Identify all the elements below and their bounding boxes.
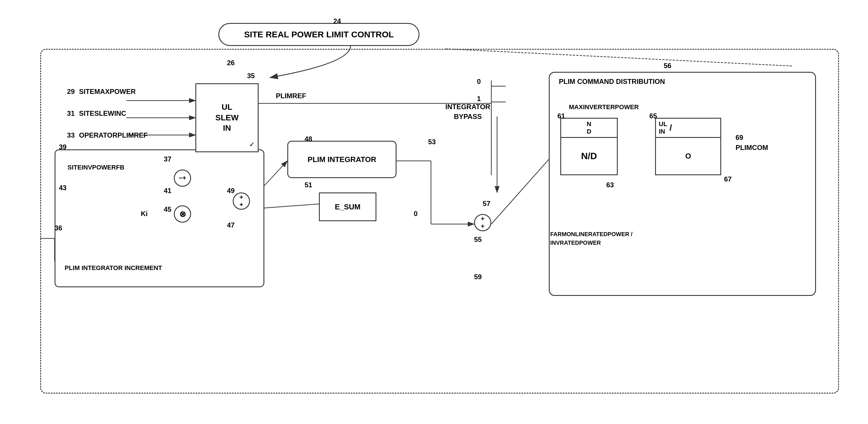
- esum-box: E_SUM: [319, 192, 376, 221]
- o-label: O: [685, 152, 691, 161]
- siteslewinc-label: SITESLEWINC: [79, 109, 126, 118]
- label-53: 53: [428, 138, 436, 146]
- pcd-label: PLIM COMMAND DISTRIBUTION: [559, 77, 665, 86]
- minus-plus-operator: −+: [174, 169, 191, 187]
- label-37: 37: [164, 155, 172, 163]
- label-47: 47: [227, 221, 235, 229]
- label-49: 49: [227, 187, 235, 195]
- ul-slew-in-box: ULSLEWIN ✓: [195, 83, 258, 152]
- label-57: 57: [483, 200, 491, 208]
- label-0-mid: 0: [414, 210, 417, 218]
- multiply-symbol: ⊗: [179, 209, 186, 219]
- label-29: 29: [63, 88, 75, 96]
- operatorplimref-label: OPERATORPLIMREF: [79, 131, 148, 139]
- nd-main-label: N/D: [561, 138, 617, 174]
- label-36: 36: [55, 224, 62, 232]
- plus-plus-symbol-1: ++: [240, 194, 243, 208]
- plimref-label: PLIMREF: [276, 92, 306, 100]
- label-0-top: 0: [477, 77, 481, 86]
- integrator-bypass-label: INTEGRATORBYPASS: [445, 102, 490, 121]
- input-row-31: 31 SITESLEWINC: [63, 109, 148, 118]
- maxinverterpower-label: MAXINVERTERPOWER: [569, 103, 639, 111]
- label-33: 33: [63, 131, 75, 139]
- main-title-pill: SITE REAL POWER LIMIT CONTROL: [218, 23, 420, 46]
- esum-label: E_SUM: [335, 202, 361, 211]
- sitemaxpower-label: SITEMAXPOWER: [79, 88, 135, 96]
- plus-plus-operator-1: ++: [233, 192, 250, 210]
- ul-in-o-box: ULIN / O: [655, 118, 721, 175]
- label-26: 26: [227, 59, 235, 67]
- slash-symbol: /: [670, 123, 672, 133]
- siteinvpowerfb-label: SITEINVPOWERFB: [67, 164, 124, 171]
- input-row-33: 33 OPERATORPLIMREF: [63, 131, 148, 139]
- label-39: 39: [59, 143, 67, 151]
- label-69: 69: [736, 134, 743, 142]
- ul-slew-in-label: ULSLEWIN: [216, 102, 239, 133]
- label-56: 56: [664, 62, 672, 70]
- label-43: 43: [59, 184, 67, 192]
- plim-integrator-box: PLIM INTEGRATOR: [287, 141, 397, 178]
- minus-plus-symbol: −+: [179, 174, 186, 182]
- plimcom-label: PLIMCOM: [736, 143, 768, 152]
- multiply-operator: ⊗: [174, 205, 191, 223]
- label-51: 51: [305, 181, 312, 189]
- label-59: 59: [474, 273, 482, 281]
- plus-plus-operator-2: ++: [474, 214, 491, 231]
- label-55: 55: [474, 235, 482, 243]
- label-61: 61: [557, 112, 565, 120]
- main-title-text: SITE REAL POWER LIMIT CONTROL: [244, 30, 394, 39]
- ki-label: Ki: [141, 210, 148, 218]
- label-63: 63: [606, 181, 614, 189]
- input-labels-group: 29 SITEMAXPOWER 31 SITESLEWINC 33 OPERAT…: [63, 88, 148, 153]
- ul-in-section: ULIN /: [656, 119, 720, 138]
- checkmark-icon: ✓: [249, 140, 255, 149]
- label-67: 67: [724, 175, 732, 183]
- label-45: 45: [164, 205, 172, 214]
- label-31: 31: [63, 109, 75, 118]
- nd-top-section: ND: [561, 119, 617, 138]
- ul-in-label: ULIN: [659, 120, 667, 135]
- input-row-29: 29 SITEMAXPOWER: [63, 88, 148, 96]
- label-48: 48: [305, 135, 312, 143]
- label-41: 41: [164, 187, 172, 195]
- plim-integrator-label: PLIM INTEGRATOR: [308, 155, 376, 164]
- farmonlineratedpower-label: FARMONLINERATEDPOWER /INVRATEDPOWER: [550, 230, 632, 247]
- label-24: 24: [333, 17, 341, 25]
- label-35: 35: [247, 72, 255, 80]
- nd-box: ND N/D: [560, 118, 618, 175]
- label-65: 65: [649, 112, 657, 120]
- pii-label: PLIM INTEGRATOR INCREMENT: [65, 264, 162, 272]
- o-section: O: [656, 138, 720, 174]
- nd-top-label: ND: [587, 120, 591, 135]
- plus-plus-symbol-2: ++: [481, 215, 485, 230]
- label-1: 1: [477, 95, 481, 103]
